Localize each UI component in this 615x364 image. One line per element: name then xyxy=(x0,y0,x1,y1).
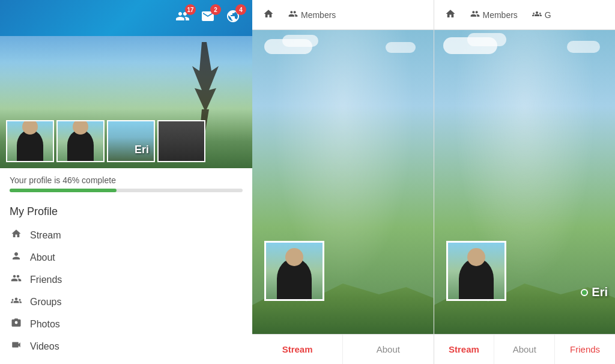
camera-icon xyxy=(10,317,23,331)
panel2-name: Eri xyxy=(592,285,608,299)
groups-label: Groups xyxy=(30,297,61,308)
panel-2-nav: Members G xyxy=(434,0,616,30)
profile-panel-2: Members G xyxy=(434,0,616,364)
panel-1-tabs: Stream About xyxy=(252,334,434,364)
section-title: My Profile xyxy=(10,205,243,218)
friends-badge: 17 xyxy=(185,4,196,15)
home-icon xyxy=(10,228,23,242)
panel2-name-area: Eri xyxy=(581,285,608,299)
panel-1-nav: Members xyxy=(252,0,434,30)
friends-icon xyxy=(10,273,23,287)
thumbnail-3[interactable]: Eri xyxy=(107,120,155,162)
panel1-home-nav[interactable] xyxy=(257,0,280,29)
online-indicator xyxy=(581,289,588,296)
cover-name-label: Eri xyxy=(135,144,149,156)
members-nav-icon-2 xyxy=(470,9,480,21)
globe-notification[interactable]: 4 xyxy=(226,9,240,27)
friends-notification[interactable]: 17 xyxy=(175,9,190,27)
right-panels: Members Stream About xyxy=(252,0,615,364)
panel1-members-nav[interactable]: Members xyxy=(282,0,342,29)
panel2-members-label: Members xyxy=(483,10,518,20)
my-profile-section: My Profile Stream About Friends Groups xyxy=(0,196,252,357)
friends-label: Friends xyxy=(30,275,62,285)
video-icon xyxy=(10,339,23,353)
panel1-tab-stream[interactable]: Stream xyxy=(252,335,343,364)
panel2-tab-about[interactable]: About xyxy=(494,335,555,364)
thumbnail-1[interactable] xyxy=(6,120,54,162)
panel1-avatar xyxy=(264,241,324,301)
cover-area: Eri xyxy=(0,36,252,168)
menu-item-photos[interactable]: Photos xyxy=(10,313,243,335)
menu-item-stream[interactable]: Stream xyxy=(10,224,243,246)
groups-nav-icon-2 xyxy=(532,9,542,21)
panel2-avatar xyxy=(446,241,506,301)
panel2-groups-label: G xyxy=(545,10,551,20)
progress-bar xyxy=(10,189,243,192)
mail-badge: 2 xyxy=(210,4,221,15)
menu-item-groups[interactable]: Groups xyxy=(10,291,243,313)
panel2-tab-stream[interactable]: Stream xyxy=(434,335,495,364)
completion-text: Your profile is 46% complete xyxy=(10,175,243,185)
thumbnail-2[interactable] xyxy=(56,120,105,162)
menu-item-about[interactable]: About xyxy=(10,246,243,268)
home-nav-icon xyxy=(263,8,274,22)
profile-completion: Your profile is 46% complete xyxy=(0,168,252,196)
progress-fill xyxy=(10,189,117,192)
thumbnail-4[interactable] xyxy=(157,120,205,162)
stream-label: Stream xyxy=(30,230,61,241)
panel2-home-nav[interactable] xyxy=(439,0,462,29)
photos-label: Photos xyxy=(30,319,60,330)
panel2-groups-nav[interactable]: G xyxy=(526,0,557,29)
left-panel: 17 2 4 xyxy=(0,0,252,364)
panel1-members-label: Members xyxy=(301,10,336,20)
menu-item-friends[interactable]: Friends xyxy=(10,268,243,291)
menu-item-videos[interactable]: Videos xyxy=(10,335,243,357)
home-nav-icon-2 xyxy=(445,8,456,22)
panel2-tab-friends[interactable]: Friends xyxy=(555,335,615,364)
panel-2-cover: Eri xyxy=(434,30,616,334)
about-label: About xyxy=(30,252,55,263)
panel2-members-nav[interactable]: Members xyxy=(464,0,524,29)
thumbnails-row: Eri xyxy=(6,120,205,162)
videos-label: Videos xyxy=(30,341,59,352)
groups-icon xyxy=(10,295,23,309)
header-bar: 17 2 4 xyxy=(0,0,252,36)
panel-2-tabs: Stream About Friends xyxy=(434,334,616,364)
profile-panel-1: Members Stream About xyxy=(252,0,434,364)
mail-notification[interactable]: 2 xyxy=(201,9,215,27)
person-icon xyxy=(10,250,23,264)
globe-badge: 4 xyxy=(235,4,246,15)
panel1-tab-about[interactable]: About xyxy=(343,335,433,364)
panel-1-cover xyxy=(252,30,434,334)
members-nav-icon xyxy=(288,9,298,21)
